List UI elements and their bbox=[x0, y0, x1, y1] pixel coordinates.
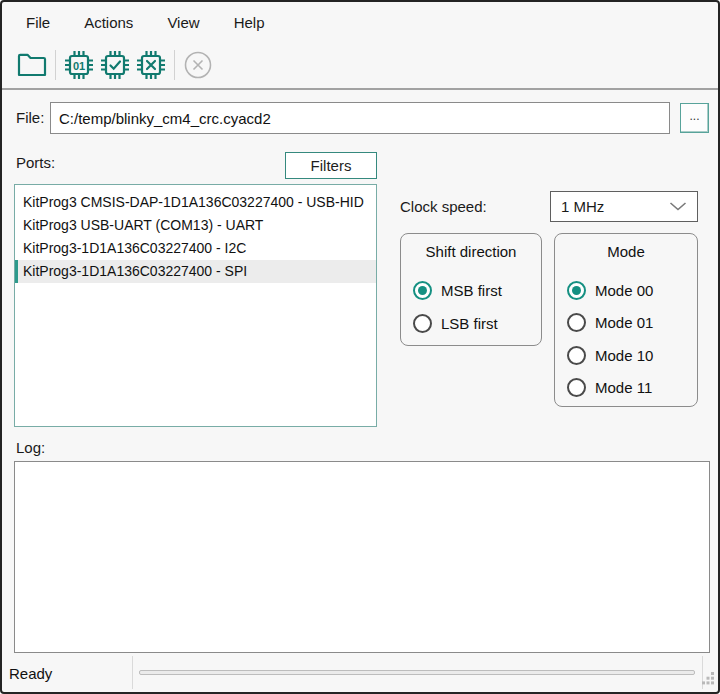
radio-mode-00[interactable]: Mode 00 bbox=[567, 279, 653, 301]
radio-mode-10[interactable]: Mode 10 bbox=[567, 344, 653, 366]
chip-01-icon: 01 bbox=[63, 49, 95, 81]
mode-title: Mode bbox=[555, 243, 697, 260]
radio-button-icon bbox=[567, 378, 586, 397]
radio-msb-first-label: MSB first bbox=[441, 282, 502, 299]
radio-mode-11[interactable]: Mode 11 bbox=[567, 376, 652, 398]
radio-mode-00-label: Mode 00 bbox=[595, 282, 653, 299]
ports-list[interactable]: KitProg3 CMSIS-DAP-1D1A136C03227400 - US… bbox=[14, 184, 377, 427]
radio-button-icon bbox=[413, 314, 432, 333]
svg-text:01: 01 bbox=[73, 60, 85, 72]
clock-speed-value: 1 MHz bbox=[561, 198, 604, 215]
radio-button-icon bbox=[567, 313, 586, 332]
toolbar-separator bbox=[174, 50, 175, 80]
program-button[interactable]: 01 bbox=[61, 47, 97, 83]
chip-x-icon bbox=[135, 49, 167, 81]
menu-bar: File Actions View Help bbox=[2, 2, 718, 42]
verify-button[interactable] bbox=[97, 47, 133, 83]
browse-button[interactable]: ... bbox=[680, 103, 709, 133]
progress-bar bbox=[139, 670, 695, 675]
open-file-button[interactable] bbox=[14, 47, 50, 83]
mode-group: Mode Mode 00 Mode 01 Mode 10 Mode 11 bbox=[554, 233, 698, 407]
file-label: File: bbox=[16, 109, 44, 126]
radio-button-icon bbox=[567, 281, 586, 300]
port-item-uart[interactable]: KitProg3 USB-UART (COM13) - UART bbox=[15, 214, 376, 237]
shift-direction-group: Shift direction MSB first LSB first bbox=[400, 233, 542, 346]
radio-button-icon bbox=[413, 281, 432, 300]
log-label: Log: bbox=[16, 439, 45, 456]
app-window: File Actions View Help 01 bbox=[0, 0, 720, 694]
status-text: Ready bbox=[9, 664, 52, 681]
ports-label: Ports: bbox=[16, 154, 55, 171]
menu-actions[interactable]: Actions bbox=[67, 14, 150, 31]
port-item-i2c[interactable]: KitProg3-1D1A136C03227400 - I2C bbox=[15, 237, 376, 260]
abort-circle-x-icon bbox=[182, 49, 214, 81]
radio-button-icon bbox=[567, 346, 586, 365]
chevron-down-icon bbox=[669, 198, 687, 215]
radio-mode-10-label: Mode 10 bbox=[595, 347, 653, 364]
file-path-input[interactable] bbox=[50, 102, 670, 134]
menu-help[interactable]: Help bbox=[217, 14, 282, 31]
menu-view[interactable]: View bbox=[150, 14, 216, 31]
radio-lsb-first-label: LSB first bbox=[441, 315, 498, 332]
radio-mode-01-label: Mode 01 bbox=[595, 314, 653, 331]
port-item-usb-hid[interactable]: KitProg3 CMSIS-DAP-1D1A136C03227400 - US… bbox=[15, 191, 376, 214]
shift-direction-title: Shift direction bbox=[401, 243, 541, 260]
toolbar-separator bbox=[55, 50, 56, 80]
erase-button[interactable] bbox=[133, 47, 169, 83]
menu-file[interactable]: File bbox=[9, 14, 67, 31]
abort-button[interactable] bbox=[180, 47, 216, 83]
radio-mode-11-label: Mode 11 bbox=[595, 379, 652, 396]
log-textarea[interactable] bbox=[14, 461, 710, 653]
radio-lsb-first[interactable]: LSB first bbox=[413, 312, 498, 334]
folder-icon bbox=[16, 51, 48, 79]
status-bar: Ready bbox=[2, 653, 718, 692]
clock-speed-label: Clock speed: bbox=[400, 198, 487, 215]
chip-check-icon bbox=[99, 49, 131, 81]
toolbar: 01 bbox=[2, 42, 718, 90]
port-item-spi[interactable]: KitProg3-1D1A136C03227400 - SPI bbox=[15, 260, 376, 283]
filters-button[interactable]: Filters bbox=[285, 152, 377, 179]
statusbar-separator bbox=[132, 656, 133, 689]
radio-mode-01[interactable]: Mode 01 bbox=[567, 311, 653, 333]
resize-grip-icon[interactable] bbox=[702, 671, 715, 689]
radio-msb-first[interactable]: MSB first bbox=[413, 279, 502, 301]
clock-speed-select[interactable]: 1 MHz bbox=[550, 191, 698, 222]
